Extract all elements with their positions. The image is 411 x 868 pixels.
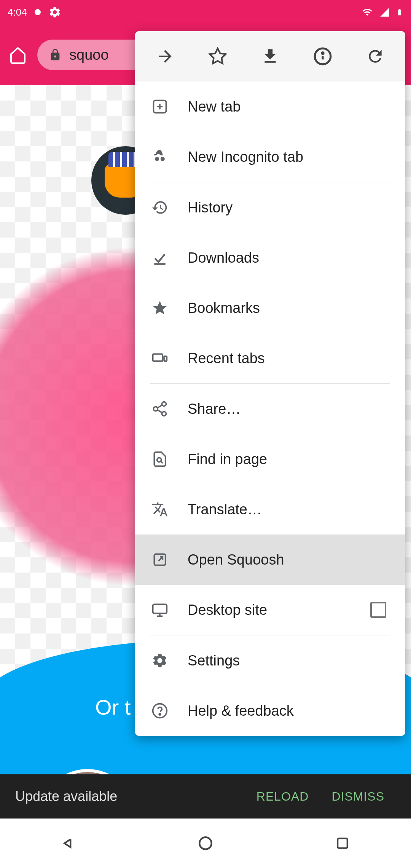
svg-point-24 xyxy=(159,713,161,715)
settings-notification-icon xyxy=(48,6,61,19)
nav-home-button[interactable] xyxy=(186,828,225,858)
menu-item-label: Translate… xyxy=(188,501,390,518)
downloads-icon xyxy=(150,248,169,267)
share-icon xyxy=(150,399,169,418)
status-time: 4:04 xyxy=(8,6,27,18)
share-menu-item[interactable]: Share… xyxy=(135,384,405,434)
snackbar-reload-button[interactable]: RELOAD xyxy=(245,782,320,811)
nav-overview-button[interactable] xyxy=(323,828,362,858)
recent-tabs-menu-item[interactable]: Recent tabs xyxy=(135,333,405,383)
menu-item-label: New Incognito tab xyxy=(188,149,390,165)
find-in-page-menu-item[interactable]: Find in page xyxy=(135,434,405,484)
svg-point-25 xyxy=(199,837,212,849)
snackbar-dismiss-button[interactable]: DISMISS xyxy=(320,782,396,811)
help-icon xyxy=(150,701,169,720)
bookmark-star-button[interactable] xyxy=(199,37,237,75)
menu-icon-row xyxy=(135,31,405,81)
wifi-icon xyxy=(361,7,374,18)
new-incognito-tab-menu-item[interactable]: New Incognito tab xyxy=(135,132,405,182)
menu-item-label: History xyxy=(188,199,390,216)
open-app-icon xyxy=(150,550,169,569)
settings-menu-item[interactable]: Settings xyxy=(135,635,405,686)
android-nav-bar xyxy=(0,819,411,868)
nav-back-button[interactable] xyxy=(49,828,88,858)
desktop-site-menu-item[interactable]: Desktop site xyxy=(135,585,405,635)
menu-item-label: Find in page xyxy=(188,451,390,468)
desktop-site-checkbox[interactable] xyxy=(370,602,386,618)
desktop-icon xyxy=(150,600,169,619)
help-feedback-menu-item[interactable]: Help & feedback xyxy=(135,686,405,736)
android-status-bar: 4:04 xyxy=(0,0,411,24)
update-snackbar: Update available RELOAD DISMISS xyxy=(0,774,411,819)
menu-item-label: Share… xyxy=(188,401,390,417)
svg-marker-1 xyxy=(210,48,226,64)
svg-point-4 xyxy=(322,53,323,54)
menu-item-label: Recent tabs xyxy=(188,350,390,367)
incognito-icon xyxy=(150,147,169,166)
recent-tabs-icon xyxy=(150,349,169,368)
or-try-text: Or t xyxy=(95,695,131,720)
home-button[interactable] xyxy=(8,45,28,65)
new-tab-icon xyxy=(150,97,169,116)
history-icon xyxy=(150,198,169,217)
svg-rect-20 xyxy=(153,604,167,613)
menu-item-label: New tab xyxy=(188,99,390,115)
svg-rect-9 xyxy=(153,354,163,361)
svg-point-0 xyxy=(35,9,41,15)
svg-point-11 xyxy=(162,402,166,406)
signal-icon xyxy=(379,7,390,18)
bookmarks-menu-item[interactable]: Bookmarks xyxy=(135,283,405,333)
svg-point-13 xyxy=(162,412,166,416)
url-text: squoo xyxy=(69,47,109,63)
svg-rect-10 xyxy=(164,356,167,361)
translate-menu-item[interactable]: Translate… xyxy=(135,484,405,535)
settings-gear-icon xyxy=(150,651,169,670)
new-tab-menu-item[interactable]: New tab xyxy=(135,81,405,132)
svg-line-17 xyxy=(161,461,163,464)
history-menu-item[interactable]: History xyxy=(135,182,405,233)
snackbar-text: Update available xyxy=(15,788,245,804)
menu-item-label: Settings xyxy=(188,653,390,669)
svg-point-12 xyxy=(154,407,158,411)
svg-line-14 xyxy=(158,410,162,413)
lock-icon xyxy=(49,48,62,61)
menu-item-label: Desktop site xyxy=(188,602,352,618)
page-info-button[interactable] xyxy=(304,37,342,75)
browser-overflow-menu: New tab New Incognito tab History Downlo… xyxy=(135,31,405,736)
battery-icon xyxy=(396,6,403,18)
menu-item-label: Downloads xyxy=(188,250,390,266)
bookmarks-star-icon xyxy=(150,298,169,318)
downloads-menu-item[interactable]: Downloads xyxy=(135,233,405,283)
menu-item-label: Help & feedback xyxy=(188,703,390,719)
menu-item-label: Open Squoosh xyxy=(188,552,390,568)
svg-line-15 xyxy=(158,405,162,408)
menu-item-label: Bookmarks xyxy=(188,300,390,316)
find-in-page-icon xyxy=(150,450,169,469)
translate-icon xyxy=(150,500,169,519)
notification-dot-icon xyxy=(34,8,41,16)
open-app-menu-item[interactable]: Open Squoosh xyxy=(135,535,405,585)
download-page-button[interactable] xyxy=(251,37,289,75)
svg-rect-26 xyxy=(338,838,347,848)
forward-button[interactable] xyxy=(146,37,184,75)
reload-button[interactable] xyxy=(356,37,394,75)
